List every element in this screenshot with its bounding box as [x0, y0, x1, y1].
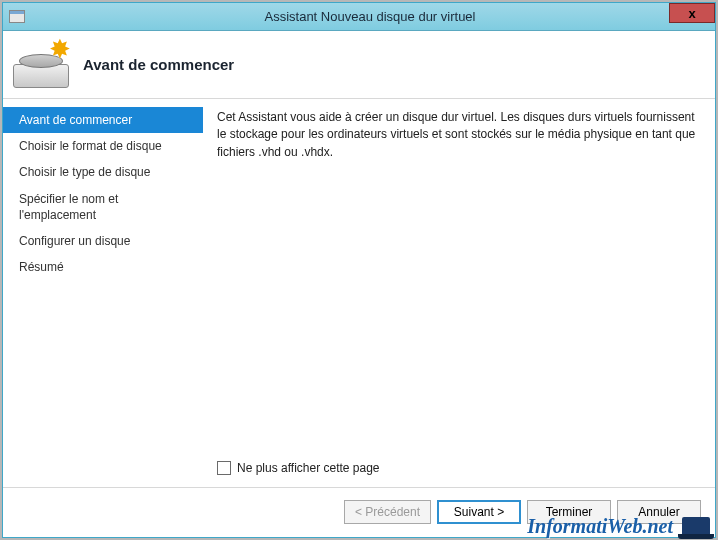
- step-specifier-nom[interactable]: Spécifier le nom et l'emplacement: [3, 186, 203, 228]
- cancel-button[interactable]: Annuler: [617, 500, 701, 524]
- step-choisir-format[interactable]: Choisir le format de disque: [3, 133, 203, 159]
- close-icon: x: [688, 6, 695, 21]
- step-avant-de-commencer[interactable]: Avant de commencer: [3, 107, 203, 133]
- new-star-icon: ✸: [49, 36, 71, 62]
- page-title: Avant de commencer: [83, 56, 234, 73]
- wizard-steps: Avant de commencer Choisir le format de …: [3, 99, 203, 487]
- finish-button[interactable]: Terminer: [527, 500, 611, 524]
- step-choisir-type[interactable]: Choisir le type de disque: [3, 159, 203, 185]
- dont-show-again-checkbox[interactable]: [217, 461, 231, 475]
- description-text: Cet Assistant vous aide à créer un disqu…: [217, 109, 697, 161]
- dont-show-again-label: Ne plus afficher cette page: [237, 461, 380, 475]
- wizard-window: Assistant Nouveau disque dur virtuel x ✸…: [2, 2, 716, 538]
- step-configurer-disque[interactable]: Configurer un disque: [3, 228, 203, 254]
- previous-button: < Précédent: [344, 500, 431, 524]
- next-button[interactable]: Suivant >: [437, 500, 521, 524]
- titlebar: Assistant Nouveau disque dur virtuel x: [3, 3, 715, 31]
- wizard-header: ✸ Avant de commencer: [3, 31, 715, 99]
- window-title: Assistant Nouveau disque dur virtuel: [25, 9, 715, 24]
- wizard-content: Cet Assistant vous aide à créer un disqu…: [203, 99, 715, 487]
- wizard-body: Avant de commencer Choisir le format de …: [3, 99, 715, 487]
- close-button[interactable]: x: [669, 3, 715, 23]
- window-icon: [9, 10, 25, 23]
- dont-show-again-row: Ne plus afficher cette page: [217, 461, 380, 475]
- wizard-footer: < Précédent Suivant > Terminer Annuler: [3, 487, 715, 535]
- disk-icon: ✸: [13, 42, 69, 88]
- step-resume[interactable]: Résumé: [3, 254, 203, 280]
